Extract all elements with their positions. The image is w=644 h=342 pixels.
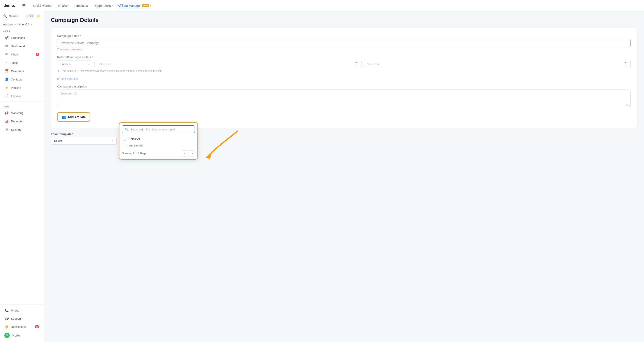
sidebar-item-reporting[interactable]: 📊 Reporting [1,117,42,125]
textarea-wrapper: 0 [57,90,631,108]
affiliate-item-row[interactable]: test sample [122,142,195,149]
select-all-row[interactable]: Select All [122,136,195,142]
sidebar-item-tasks[interactable]: ✓ Tasks [1,59,42,67]
settings-icon: ⚙ [4,128,9,132]
account-selector[interactable]: Account -- Irvine, CA ▾ [0,21,44,28]
sidebar-item-support[interactable]: 💬 Support [1,314,42,322]
sidebar-item-label: Tasks [11,61,18,65]
inbox-badge: 1 [36,53,39,56]
search-shortcut: ctrl K [26,15,34,18]
contacts-icon: 👤 [4,77,9,81]
lightning-icon[interactable]: ⚡ [36,14,40,18]
select-one-first[interactable]: Select one [94,60,362,68]
campaign-description-group: Campaign description 0 [57,85,631,108]
add-affiliate-button[interactable]: 👥 Add Affiliate [57,112,90,122]
sidebar-item-settings[interactable]: ⚙ Settings [1,126,42,134]
required-indicator: * [72,132,73,136]
sidebar-item-marketing[interactable]: 📢 Marketing [1,109,42,117]
sidebar-item-label: Inbox [11,53,18,56]
campaign-name-input[interactable] [57,39,631,47]
hamburger-icon[interactable]: ☰ [22,3,26,8]
prev-page-button[interactable]: < [182,150,188,157]
sidebar-item-label: Contacts [11,78,22,81]
notifications-icon: 🔔 [4,325,9,329]
nav-templates[interactable]: Templates [74,3,88,8]
nav-social-planner[interactable]: Social Planner [33,3,52,8]
campaign-description-label: Campaign description [57,85,631,88]
funnels-select[interactable]: Funnels ▾ [57,60,92,68]
arrow-annotation [202,127,246,163]
required-indicator: * [92,56,93,59]
info-text: This is the URL that affiliates will sha… [61,70,162,73]
pagination-buttons: < > [182,150,195,157]
add-products-icon: ⊞ [57,77,60,81]
affiliate-search-input[interactable] [130,128,192,131]
affiliate-item-checkbox[interactable] [123,144,126,147]
sidebar-item-notifications[interactable]: 🔔 Notifications 12 [1,323,42,330]
campaign-details-card: Campaign name * The name is required Ref… [51,28,637,128]
sidebar-item-dashboard[interactable]: ⊞ Dashboard [1,42,42,50]
new-badge: NEW [142,5,149,7]
sidebar-item-contacts[interactable]: 👤 Contacts [1,75,42,83]
sidebar-item-phone[interactable]: 📞 Phone [1,306,42,314]
affiliate-icon: 👥 [62,115,66,119]
select-placeholder: Select [54,139,62,143]
pipeline-icon: ⚡ [4,86,9,90]
dropdown-footer: Showing 1 of 1 Page < > [122,150,195,157]
logo: demo. [4,3,15,8]
chevron-down-icon: ▾ [31,23,32,26]
campaign-description-textarea[interactable] [57,90,631,107]
select-one-second[interactable]: Select one [364,60,631,68]
dropdown-search-row[interactable]: 🔍 [122,125,195,133]
tools-section-label: Tools [0,103,44,109]
showing-text: Showing 1 of 1 Page [122,152,146,155]
email-template-select[interactable]: Select ▾ [51,137,116,145]
affiliate-item-label: test sample [128,144,143,147]
loading-spinner [355,62,358,66]
referral-label: Referral/lead sign up link * [57,56,631,59]
reporting-icon: 📊 [4,119,9,123]
add-products-link[interactable]: ⊞ Add products [57,77,631,81]
sidebar-item-label: Phone [11,309,19,312]
sidebar-item-profile[interactable]: G Profile [1,331,42,340]
notifications-badge: 12 [34,325,39,328]
sidebar-item-calendars[interactable]: 📅 Calendars [1,67,42,75]
next-page-button[interactable]: > [189,150,195,157]
support-icon: 💬 [4,316,9,320]
loading-spinner [624,62,627,66]
account-label: Account -- Irvine, CA [3,23,29,26]
info-icon: ✦ [57,69,60,73]
invoices-icon: 📄 [4,94,9,98]
nav-emails[interactable]: Emails ▾ [58,3,68,8]
app-body: 🔍 Search ctrl K ⚡ Account -- Irvine, CA … [0,12,644,342]
chevron-down-icon: ▾ [68,5,68,7]
chevron-down-icon: ▾ [112,5,113,7]
launchpad-icon: 🚀 [4,36,9,40]
tasks-icon: ✓ [4,61,9,65]
sidebar-item-inbox[interactable]: ✉ Inbox 1 [1,51,42,58]
sidebar-item-label: Launchpad [11,36,25,40]
calendars-icon: 📅 [4,69,9,73]
nav-affiliate-manager[interactable]: Affiliate Manager NEW ▾ [118,3,151,8]
page-title: Campaign Details [51,17,637,24]
char-count: 0 [626,104,628,106]
sidebar-item-invoices[interactable]: 📄 Invoices [1,92,42,100]
sidebar-item-label: Notifications [11,325,26,328]
campaign-name-group: Campaign name * The name is required [57,34,631,51]
chevron-down-icon: ▾ [112,140,113,142]
select-all-checkbox[interactable] [123,137,126,141]
sidebar-search-row[interactable]: 🔍 Search ctrl K ⚡ [0,12,44,21]
sidebar-item-label: Reporting [11,120,23,123]
marketing-icon: 📢 [4,111,9,115]
sidebar: 🔍 Search ctrl K ⚡ Account -- Irvine, CA … [0,12,44,342]
sidebar-item-launchpad[interactable]: 🚀 Launchpad [1,34,42,42]
dashboard-icon: ⊞ [4,44,9,48]
add-affiliate-label: Add Affiliate [68,115,86,119]
chevron-down-icon: ▾ [88,63,89,65]
nav-trigger-links[interactable]: Trigger Links ▾ [93,3,112,8]
sidebar-item-label: Profile [12,334,20,337]
profile-icon: G [4,333,10,338]
chevron-down-icon: ▾ [150,5,151,7]
sidebar-item-pipeline[interactable]: ⚡ Pipeline [1,84,42,92]
inbox-icon: ✉ [4,52,9,56]
